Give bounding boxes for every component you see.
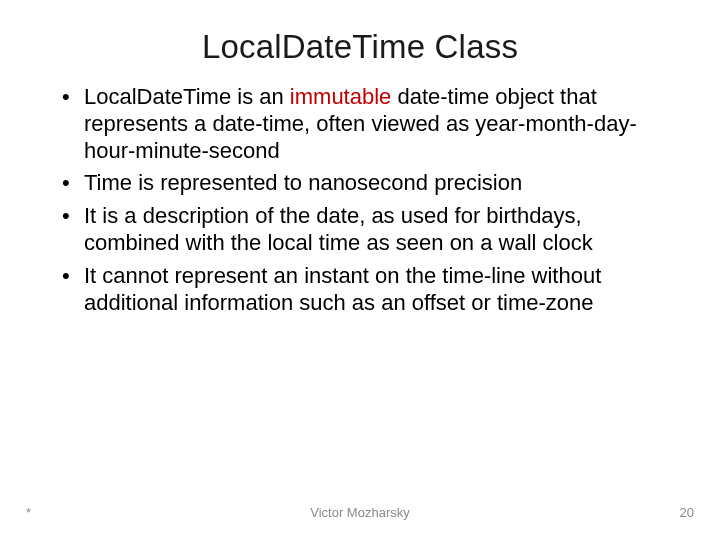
slide: LocalDateTime Class LocalDateTime is an … <box>0 0 720 540</box>
bullet-text-pre: Time is represented to nanosecond precis… <box>84 170 522 195</box>
bullet-text-pre: LocalDateTime is an <box>84 84 290 109</box>
bullet-item: It cannot represent an instant on the ti… <box>62 263 676 317</box>
bullet-text-pre: It cannot represent an instant on the ti… <box>84 263 601 315</box>
footer-page-number: 20 <box>680 505 694 520</box>
bullet-list: LocalDateTime is an immutable date-time … <box>62 84 676 317</box>
footer-author: Victor Mozharsky <box>0 505 720 520</box>
bullet-item: It is a description of the date, as used… <box>62 203 676 257</box>
slide-body: LocalDateTime is an immutable date-time … <box>0 84 720 317</box>
slide-title: LocalDateTime Class <box>0 0 720 84</box>
bullet-item: LocalDateTime is an immutable date-time … <box>62 84 676 164</box>
bullet-text-pre: It is a description of the date, as used… <box>84 203 593 255</box>
bullet-text-highlight: immutable <box>290 84 391 109</box>
bullet-item: Time is represented to nanosecond precis… <box>62 170 676 197</box>
